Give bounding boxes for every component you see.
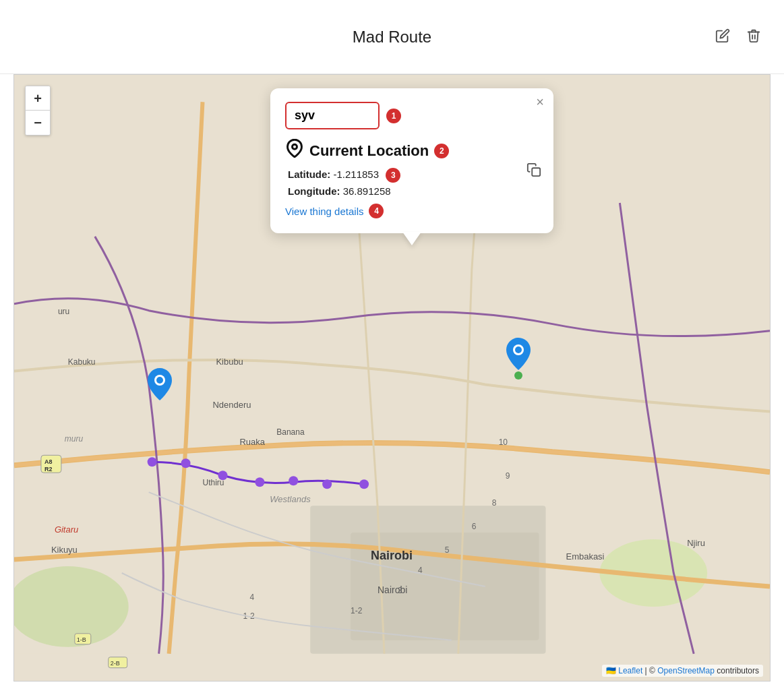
badge-1: 1	[386, 109, 401, 123]
zoom-in-button[interactable]: +	[26, 86, 50, 111]
svg-point-6	[148, 457, 157, 466]
longitude-row: Longitude: 36.891258	[288, 185, 539, 197]
svg-point-10	[289, 476, 298, 485]
svg-text:Ndenderu: Ndenderu	[212, 400, 251, 410]
location-title: Current Location	[309, 142, 429, 160]
svg-text:Njiru: Njiru	[687, 538, 705, 548]
svg-text:A8: A8	[44, 458, 52, 465]
svg-text:6: 6	[472, 522, 477, 531]
svg-text:10: 10	[499, 437, 508, 447]
badge-4: 4	[369, 204, 384, 218]
svg-text:Banana: Banana	[276, 427, 305, 437]
attribution-suffix: contributors	[717, 666, 759, 675]
svg-point-53	[293, 144, 297, 149]
attribution-flag: 🇺🇦	[606, 666, 616, 675]
svg-text:R2: R2	[44, 466, 52, 473]
osm-link[interactable]: OpenStreetMap	[657, 666, 715, 675]
svg-point-9	[255, 477, 264, 487]
page-title: Mad Route	[353, 28, 431, 47]
svg-text:9: 9	[506, 471, 510, 481]
svg-text:3: 3	[398, 586, 402, 595]
map-pin-left[interactable]	[148, 368, 172, 403]
latitude-row: Latitude: -1.211853 3	[288, 168, 539, 183]
svg-text:Kabuku: Kabuku	[68, 357, 96, 367]
svg-text:8: 8	[492, 498, 497, 508]
svg-text:Nairobi: Nairobi	[378, 584, 407, 595]
map-attribution: 🇺🇦 Leaflet | © OpenStreetMap contributor…	[602, 665, 763, 677]
svg-text:2-B: 2-B	[111, 660, 120, 667]
svg-text:4: 4	[249, 593, 254, 602]
svg-point-12	[359, 479, 369, 489]
badge-3-inline: 3	[386, 168, 400, 183]
popup-coords: Latitude: -1.211853 3 Longitude: 36.8912…	[288, 168, 539, 197]
svg-text:1-B: 1-B	[77, 636, 86, 643]
header-actions	[713, 26, 764, 49]
svg-text:Ruaka: Ruaka	[239, 437, 265, 447]
map-background: uru Kabuku muru Gitaru Kikuyu Kibubu Nde…	[14, 75, 770, 681]
svg-text:uru: uru	[58, 307, 69, 316]
popup-search-row: 1	[285, 102, 539, 129]
popup-link-row: View thing details 4	[285, 204, 539, 218]
zoom-controls: + −	[25, 86, 51, 135]
leaflet-link[interactable]: Leaflet	[618, 666, 642, 675]
svg-point-52	[515, 346, 522, 353]
svg-point-7	[181, 458, 191, 468]
svg-text:muru: muru	[65, 434, 84, 444]
svg-text:Kibubu: Kibubu	[216, 357, 243, 367]
svg-text:Westlands: Westlands	[270, 494, 311, 504]
edit-button[interactable]	[713, 26, 733, 49]
longitude-label: Longitude:	[288, 185, 340, 197]
attribution-separator: | ©	[645, 666, 658, 675]
latitude-value: -1.211853	[334, 169, 380, 180]
delete-button[interactable]	[744, 26, 764, 49]
header: Mad Route	[0, 0, 784, 74]
popup-location-row: Current Location 2	[285, 139, 539, 162]
svg-text:Uthiru: Uthiru	[203, 478, 224, 487]
svg-point-11	[322, 479, 332, 489]
badge-2: 2	[434, 144, 449, 158]
location-icon	[285, 139, 304, 162]
svg-text:Nairobi: Nairobi	[371, 549, 413, 562]
copy-button[interactable]	[526, 162, 541, 181]
latitude-label: Latitude:	[288, 169, 330, 180]
svg-rect-54	[532, 168, 540, 176]
svg-text:Kikuyu: Kikuyu	[51, 545, 78, 555]
map-pin-right[interactable]	[506, 338, 531, 373]
zoom-out-button[interactable]: −	[26, 111, 50, 135]
popup-close-button[interactable]: ×	[536, 95, 544, 109]
longitude-value: 36.891258	[343, 185, 391, 197]
badge-3: 3	[386, 168, 400, 183]
view-thing-details-link[interactable]: View thing details	[285, 206, 363, 217]
popup-search-input[interactable]	[285, 102, 380, 129]
svg-text:1-2: 1-2	[351, 606, 363, 615]
popup: × 1 Current Location 2	[270, 88, 553, 233]
svg-point-50	[156, 377, 163, 384]
svg-text:5: 5	[445, 545, 450, 555]
svg-text:Gitaru: Gitaru	[55, 524, 78, 535]
svg-text:Embakasi: Embakasi	[566, 551, 605, 562]
map-container[interactable]: uru Kabuku muru Gitaru Kikuyu Kibubu Nde…	[13, 74, 771, 682]
